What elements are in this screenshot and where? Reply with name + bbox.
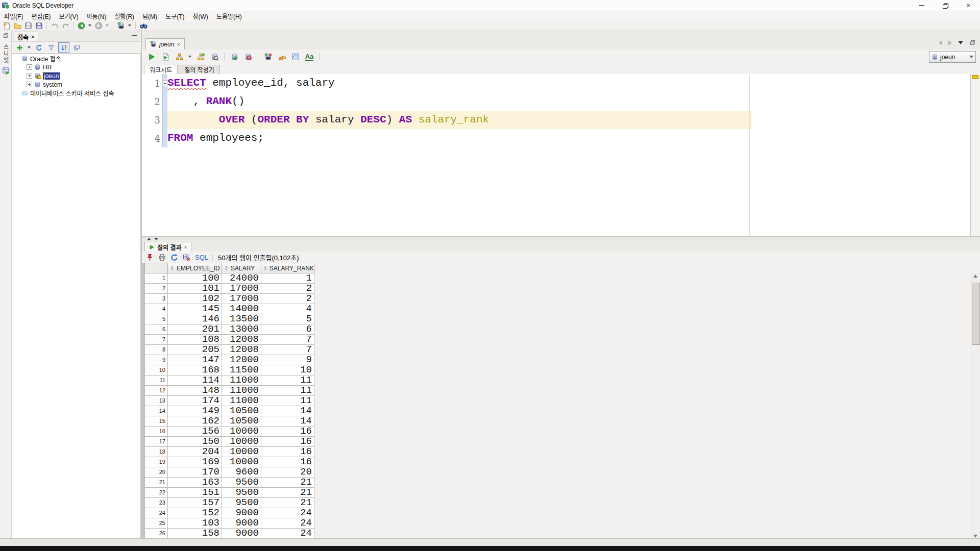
table-cell[interactable]: 11 — [261, 396, 314, 406]
splitter-down-icon[interactable] — [154, 238, 158, 240]
table-cell[interactable]: 9500 — [222, 478, 261, 488]
sql-tuning-button[interactable] — [209, 51, 220, 62]
undo-button[interactable] — [50, 21, 59, 30]
table-cell[interactable]: 148 — [168, 386, 222, 396]
table-cell[interactable]: 11000 — [222, 396, 261, 406]
row-number-cell[interactable]: 19 — [144, 457, 168, 467]
table-cell[interactable]: 14000 — [222, 304, 261, 314]
sql-worksheet-dropdown-arrow[interactable] — [128, 24, 131, 27]
scrollbar-thumb[interactable] — [972, 283, 980, 345]
tab-query-result[interactable]: 질의 결과 × — [144, 242, 191, 252]
table-cell[interactable]: 11 — [261, 375, 314, 386]
row-number-cell[interactable]: 26 — [144, 529, 168, 539]
menu-file[interactable]: 파일(F) — [0, 11, 27, 21]
open-sql-worksheet-button[interactable] — [116, 21, 126, 30]
tree-item-schema-service[interactable]: 데이터베이스 스키마 서비스 접속 — [12, 89, 140, 97]
row-number-cell[interactable]: 15 — [144, 416, 168, 427]
table-cell[interactable]: 10 — [261, 365, 314, 375]
row-number-cell[interactable]: 14 — [144, 406, 168, 416]
table-cell[interactable]: 103 — [168, 518, 222, 529]
table-cell[interactable]: 156 — [168, 427, 222, 437]
row-number-cell[interactable]: 4 — [144, 304, 168, 314]
table-cell[interactable]: 163 — [168, 478, 222, 488]
table-cell[interactable]: 102 — [168, 294, 222, 304]
table-cell[interactable]: 169 — [168, 457, 222, 467]
row-number-cell[interactable]: 11 — [144, 375, 168, 386]
table-cell[interactable]: 7 — [261, 335, 314, 345]
table-cell[interactable]: 149 — [168, 406, 222, 416]
results-vertical-scrollbar[interactable] — [971, 273, 980, 539]
table-cell[interactable]: 16 — [261, 427, 314, 437]
close-icon[interactable]: × — [31, 34, 34, 40]
restore-button[interactable] — [933, 0, 957, 11]
save-button[interactable] — [23, 21, 33, 30]
table-cell[interactable]: 10000 — [222, 437, 261, 447]
table-cell[interactable]: 157 — [168, 498, 222, 508]
table-cell[interactable]: 114 — [168, 375, 222, 386]
row-number-cell[interactable]: 3 — [144, 294, 168, 304]
table-cell[interactable]: 13500 — [222, 314, 261, 324]
expand-icon[interactable] — [27, 82, 32, 87]
close-icon[interactable]: × — [177, 41, 180, 47]
menu-navigate[interactable]: 이동(N) — [83, 11, 111, 21]
explain-plan-dropdown-arrow[interactable] — [188, 56, 191, 58]
table-cell[interactable]: 9500 — [222, 488, 261, 498]
row-number-cell[interactable]: 12 — [144, 386, 168, 396]
code-line[interactable]: 1SELECT employee_id, salary — [142, 74, 980, 92]
table-cell[interactable]: 11000 — [222, 375, 261, 386]
refresh-button[interactable] — [34, 43, 44, 52]
tab-list-icon[interactable] — [958, 41, 963, 44]
row-number-cell[interactable]: 1 — [144, 273, 168, 284]
row-number-cell[interactable]: 25 — [144, 518, 168, 529]
close-button[interactable]: × — [957, 0, 980, 11]
reports-panel-icon[interactable] — [2, 67, 10, 74]
unshared-worksheet-button[interactable] — [262, 51, 274, 62]
row-number-cell[interactable]: 21 — [144, 478, 168, 488]
row-number-cell[interactable]: 5 — [144, 314, 168, 324]
menu-edit[interactable]: 편집(E) — [27, 11, 55, 21]
tab-query-builder[interactable]: 질의 작성기 — [179, 65, 220, 74]
table-cell[interactable]: 168 — [168, 365, 222, 375]
row-number-cell[interactable]: 6 — [144, 324, 168, 335]
table-cell[interactable]: 10500 — [222, 416, 261, 427]
redo-button[interactable] — [61, 21, 70, 30]
table-cell[interactable]: 10000 — [222, 457, 261, 467]
scroll-tabs-left-icon[interactable] — [939, 40, 942, 45]
sort-indicator-icon[interactable] — [263, 265, 268, 271]
run-script-button[interactable] — [160, 51, 171, 62]
table-cell[interactable]: 170 — [168, 467, 222, 478]
column-header-salary-rank[interactable]: SALARY_RANK — [261, 263, 314, 273]
table-cell[interactable]: 24 — [261, 529, 314, 539]
pin-result-button[interactable] — [145, 253, 154, 261]
table-cell[interactable]: 9000 — [222, 518, 261, 529]
table-cell[interactable]: 162 — [168, 416, 222, 427]
filter-button[interactable] — [46, 43, 56, 52]
table-cell[interactable]: 9000 — [222, 529, 261, 539]
table-cell[interactable]: 11 — [261, 386, 314, 396]
sort-indicator-icon[interactable] — [224, 265, 229, 271]
row-number-cell[interactable]: 18 — [144, 447, 168, 457]
new-file-button[interactable] — [2, 21, 11, 30]
tab-worksheet[interactable]: 워크시트 — [144, 65, 178, 74]
run-statement-button[interactable] — [146, 51, 157, 62]
row-number-cell[interactable]: 20 — [144, 467, 168, 478]
restore-window-icon[interactable] — [969, 39, 976, 46]
row-number-cell[interactable]: 16 — [144, 427, 168, 437]
table-cell[interactable]: 9600 — [222, 467, 261, 478]
table-cell[interactable]: 9 — [261, 355, 314, 365]
table-cell[interactable]: 6 — [261, 324, 314, 335]
row-number-cell[interactable]: 13 — [144, 396, 168, 406]
table-cell[interactable]: 9500 — [222, 498, 261, 508]
table-cell[interactable]: 10500 — [222, 406, 261, 416]
table-cell[interactable]: 17000 — [222, 294, 261, 304]
expand-icon[interactable] — [27, 73, 32, 79]
refresh-result-button[interactable] — [169, 253, 179, 261]
row-number-cell[interactable]: 10 — [144, 365, 168, 375]
sql-code-editor[interactable]: 1SELECT employee_id, salary2 , RANK()3 O… — [142, 74, 980, 236]
row-number-cell[interactable]: 9 — [144, 355, 168, 365]
table-cell[interactable]: 151 — [168, 488, 222, 498]
table-cell[interactable]: 101 — [168, 284, 222, 294]
row-number-cell[interactable]: 22 — [144, 488, 168, 498]
table-cell[interactable]: 2 — [261, 294, 314, 304]
minimize-button[interactable] — [910, 0, 933, 11]
